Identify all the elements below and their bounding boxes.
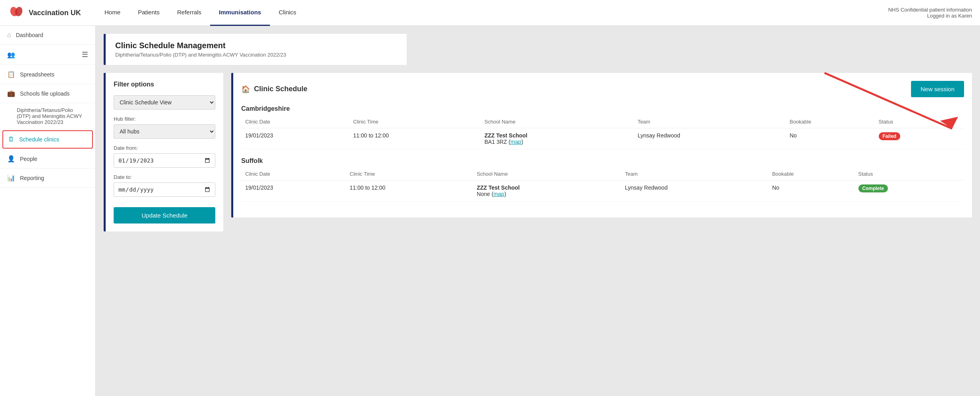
team-cambs-1: Lynsay Redwood (634, 128, 785, 149)
filter-heading: Filter options (114, 81, 215, 88)
clinic-time-cambs-1: 11:00 to 12:00 (349, 128, 480, 149)
view-select[interactable]: Clinic Schedule View (114, 95, 215, 110)
suffolk-table: Clinic Date Clinic Time School Name Team… (241, 168, 964, 202)
two-col-layout: Filter options Clinic Schedule View Hub … (104, 73, 972, 231)
logo-area: Vaccination UK (8, 4, 96, 21)
col-clinic-time-suffolk: Clinic Time (346, 168, 473, 180)
date-from-label: Date from: (114, 145, 215, 151)
table-row: 19/01/2023 11:00 to 12:00 ZZZ Test Schoo… (241, 180, 964, 202)
filter-hub-group: Hub filter: All hubs (114, 116, 215, 139)
col-clinic-date-cambs: Clinic Date (241, 116, 349, 128)
clinic-time-suffolk-1: 11:00 to 12:00 (346, 180, 473, 202)
nav-referrals[interactable]: Referrals (168, 0, 210, 26)
sidebar-item-people[interactable]: 👤 People (0, 149, 95, 169)
schedule-panel: 🏠 Clinic Schedule New session Cambridges… (231, 73, 972, 218)
region-suffolk: Suffolk (241, 157, 964, 165)
sidebar-item-schools-file-uploads[interactable]: 💼 Schools file uploads (0, 84, 95, 103)
col-bookable-suffolk: Bookable (768, 168, 854, 180)
school-name-suffolk-1: ZZZ Test School None (map) (473, 180, 621, 202)
new-session-button[interactable]: New session (911, 81, 964, 97)
date-to-input[interactable] (114, 182, 215, 197)
nav-clinics[interactable]: Clinics (270, 0, 305, 26)
col-team-cambs: Team (634, 116, 785, 128)
school-name-cambs-1: ZZZ Test School BA1 3RZ (map) (480, 128, 634, 149)
filter-panel: Filter options Clinic Schedule View Hub … (104, 73, 223, 231)
col-school-name-suffolk: School Name (473, 168, 621, 180)
top-right-info: NHS Confidential patient information Log… (888, 7, 972, 19)
hub-select[interactable]: All hubs (114, 124, 215, 139)
filter-view-group: Clinic Schedule View (114, 95, 215, 110)
main-content: Clinic Schedule Management Diphtheria/Te… (96, 26, 980, 396)
page-title: Clinic Schedule Management (115, 41, 397, 50)
clinic-date-cambs-1: 19/01/2023 (241, 128, 349, 149)
nav-home[interactable]: Home (96, 0, 129, 26)
house-icon: 🏠 (241, 85, 250, 94)
status-cambs-1: Failed (875, 128, 964, 149)
spreadsheets-icon: 📋 (7, 71, 15, 78)
main-layout: ⌂ Dashboard 👥 ☰ 📋 Spreadsheets 💼 Schools… (0, 26, 980, 396)
filter-date-to-group: Date to: (114, 174, 215, 197)
sidebar-item-group[interactable]: 👥 ☰ (0, 45, 95, 65)
sidebar-item-schedule-clinics[interactable]: 🗓 Schedule clinics (2, 130, 93, 149)
sidebar-item-dtp[interactable]: Diphtheria/Tetanus/Polio (DTP) and Menin… (0, 103, 95, 129)
person-icon: 👤 (7, 155, 15, 163)
header-card: Clinic Schedule Management Diphtheria/Te… (104, 34, 407, 65)
sidebar-item-reporting[interactable]: 📊 Reporting (0, 169, 95, 188)
logo-text: Vaccination UK (29, 9, 81, 17)
schedule-header: 🏠 Clinic Schedule New session (241, 81, 964, 97)
sidebar-item-spreadsheets[interactable]: 📋 Spreadsheets (0, 65, 95, 84)
date-to-label: Date to: (114, 174, 215, 180)
col-bookable-cambs: Bookable (785, 116, 874, 128)
briefcase-icon: 💼 (7, 90, 15, 97)
status-badge-complete: Complete (858, 184, 888, 192)
col-team-suffolk: Team (621, 168, 768, 180)
sidebar: ⌂ Dashboard 👥 ☰ 📋 Spreadsheets 💼 Schools… (0, 26, 96, 396)
filter-date-from-group: Date from: (114, 145, 215, 168)
hamburger-icon[interactable]: ☰ (82, 50, 88, 59)
team-suffolk-1: Lynsay Redwood (621, 180, 768, 202)
map-link-cambs-1[interactable]: map (510, 139, 521, 145)
page-subtitle: Diphtheria/Tetanus/Polio (DTP) and Menin… (115, 52, 397, 58)
col-school-name-cambs: School Name (480, 116, 634, 128)
sidebar-item-dashboard[interactable]: ⌂ Dashboard (0, 26, 95, 45)
nav-patients[interactable]: Patients (129, 0, 168, 26)
status-suffolk-1: Complete (854, 180, 964, 202)
top-navigation: Vaccination UK Home Patients Referrals I… (0, 0, 980, 26)
home-icon: ⌂ (7, 31, 11, 39)
people-group-icon: 👥 (7, 51, 15, 59)
status-badge-failed: Failed (879, 132, 901, 140)
chart-icon: 📊 (7, 174, 15, 182)
hub-label: Hub filter: (114, 116, 215, 122)
schedule-title: 🏠 Clinic Schedule (241, 85, 307, 94)
nav-immunisations[interactable]: Immunisations (210, 0, 270, 26)
logo-icon (8, 4, 25, 21)
map-link-suffolk-1[interactable]: map (494, 191, 504, 197)
table-row: 19/01/2023 11:00 to 12:00 ZZZ Test Schoo… (241, 128, 964, 149)
col-status-suffolk: Status (854, 168, 964, 180)
update-schedule-button[interactable]: Update Schedule (114, 207, 215, 223)
col-status-cambs: Status (875, 116, 964, 128)
col-clinic-date-suffolk: Clinic Date (241, 168, 346, 180)
calendar-icon: 🗓 (8, 136, 14, 143)
bookable-cambs-1: No (785, 128, 874, 149)
date-from-input[interactable] (114, 153, 215, 168)
cambridgeshire-table: Clinic Date Clinic Time School Name Team… (241, 116, 964, 149)
region-cambridgeshire: Cambridgeshire (241, 105, 964, 112)
nav-links: Home Patients Referrals Immunisations Cl… (96, 0, 888, 26)
clinic-date-suffolk-1: 19/01/2023 (241, 180, 346, 202)
bookable-suffolk-1: No (768, 180, 854, 202)
col-clinic-time-cambs: Clinic Time (349, 116, 480, 128)
